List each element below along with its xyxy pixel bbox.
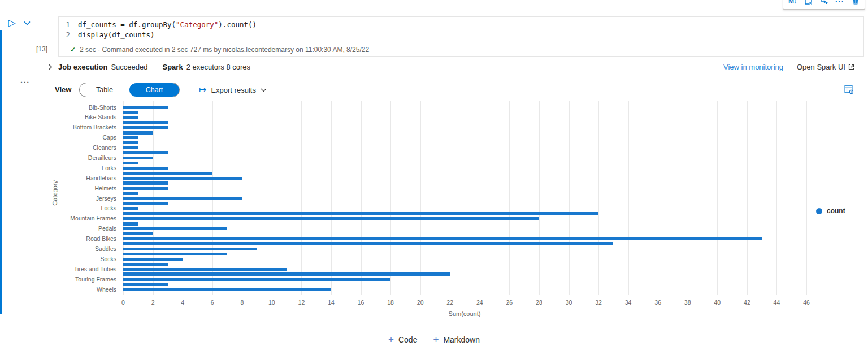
x-gridline — [390, 101, 391, 295]
y-tick-label: Bike Stands — [34, 114, 116, 120]
chart-bar — [123, 192, 138, 195]
delete-cell-icon[interactable] — [848, 0, 863, 9]
x-gridline — [658, 101, 658, 295]
x-gridline — [509, 101, 510, 295]
x-tick-label: 40 — [706, 299, 728, 306]
x-tick-label: 24 — [468, 299, 491, 306]
view-label: View — [55, 85, 71, 94]
chart-bar — [123, 288, 331, 291]
code-editor[interactable]: 1df_counts = df.groupBy("Category").coun… — [58, 16, 864, 57]
chart-bar — [123, 212, 598, 215]
y-tick-label: Saddles — [34, 245, 116, 252]
x-axis-title: Sum(count) — [419, 310, 510, 317]
x-tick-label: 36 — [646, 299, 669, 306]
chart-bar — [123, 222, 138, 226]
y-tick-label: Wheels — [34, 286, 116, 293]
x-tick-label: 10 — [261, 299, 283, 306]
x-tick-label: 4 — [171, 299, 194, 306]
chart-bar — [123, 283, 168, 286]
chart-legend: count — [816, 207, 845, 215]
execution-count: [13] — [29, 45, 54, 53]
y-tick-label: Locks — [34, 205, 116, 211]
x-tick-label: 44 — [765, 299, 788, 306]
convert-to-markdown-icon[interactable]: M↓ — [784, 0, 800, 9]
cell-focus-indicator — [0, 30, 2, 314]
expand-chevron-icon[interactable] — [48, 64, 53, 70]
plus-icon: + — [433, 335, 439, 344]
open-spark-ui-link[interactable]: Open Spark UI — [797, 63, 854, 71]
run-cell-button[interactable]: ▷ — [6, 16, 18, 29]
x-gridline — [183, 101, 183, 295]
x-gridline — [123, 101, 124, 295]
chart-bar — [123, 162, 138, 165]
clear-output-icon[interactable] — [800, 0, 816, 9]
view-toggle-chart[interactable]: Chart — [129, 83, 179, 97]
chart-bar — [123, 207, 138, 210]
y-tick-label: Forks — [34, 164, 116, 171]
x-tick-label: 16 — [350, 299, 372, 306]
run-options-chevron-icon[interactable] — [22, 19, 32, 28]
x-gridline — [747, 101, 748, 295]
x-tick-label: 38 — [676, 299, 699, 306]
line-number: 2 — [59, 31, 78, 39]
view-in-monitoring-link[interactable]: View in monitoring — [723, 63, 783, 71]
x-gridline — [212, 101, 213, 295]
chart-bar — [123, 177, 242, 180]
x-gridline — [569, 101, 570, 295]
x-tick-label: 28 — [528, 299, 550, 306]
view-toggle-table[interactable]: Table — [80, 83, 129, 97]
x-tick-label: 14 — [320, 299, 342, 306]
chart-bar — [123, 268, 287, 271]
chart-bar — [123, 157, 153, 160]
chart-bar — [123, 131, 153, 135]
chart-bar — [123, 146, 138, 150]
x-gridline — [272, 101, 272, 295]
x-gridline — [420, 101, 421, 295]
y-tick-label: Helmets — [34, 185, 116, 192]
x-tick-label: 20 — [409, 299, 432, 306]
y-tick-label: Touring Frames — [34, 276, 116, 283]
x-gridline — [598, 101, 599, 295]
x-gridline — [480, 101, 480, 295]
cell-toolbar: M↓ ··· — [783, 0, 865, 10]
chart-bar — [123, 111, 138, 114]
y-tick-label: Bottom Brackets — [34, 124, 116, 131]
x-gridline — [776, 101, 777, 295]
chart-bar — [123, 253, 227, 256]
code-line[interactable]: 2display(df_counts) — [59, 29, 154, 40]
export-results-button[interactable]: ↦ Export results — [199, 84, 267, 96]
chart-bar — [123, 106, 168, 109]
x-gridline — [717, 101, 718, 295]
divider — [19, 18, 19, 29]
code-line[interactable]: 1df_counts = df.groupBy("Category").coun… — [59, 19, 257, 29]
y-tick-label: Socks — [34, 255, 116, 262]
insert-cell-icon[interactable] — [816, 0, 832, 9]
x-gridline — [628, 101, 629, 295]
chart-bar — [123, 242, 613, 246]
chart-bar — [123, 187, 168, 190]
chart-bar — [123, 217, 539, 220]
chart-bar — [123, 237, 762, 241]
add-code-cell-button[interactable]: + Code — [388, 335, 417, 344]
y-tick-label: Handlebars — [34, 175, 116, 181]
x-gridline — [688, 101, 688, 295]
export-icon: ↦ — [199, 85, 206, 94]
x-tick-label: 12 — [290, 299, 313, 306]
chart-settings-icon[interactable] — [843, 84, 854, 95]
x-gridline — [153, 101, 154, 295]
x-gridline — [539, 101, 540, 295]
y-tick-label: Derailleurs — [34, 154, 116, 161]
chart-bar — [123, 227, 227, 231]
x-tick-label: 30 — [558, 299, 580, 306]
output-more-button[interactable]: ··· — [20, 78, 30, 87]
more-commands-icon[interactable]: ··· — [832, 0, 848, 9]
x-tick-label: 22 — [439, 299, 461, 306]
x-tick-label: 42 — [736, 299, 758, 306]
chart-bar — [123, 126, 168, 129]
job-status: Succeeded — [111, 63, 147, 71]
y-tick-label: Road Bikes — [34, 235, 116, 242]
chart-bar — [123, 151, 168, 155]
external-link-icon — [848, 64, 854, 70]
chart-bar — [123, 136, 138, 140]
add-markdown-cell-button[interactable]: + Markdown — [433, 335, 480, 344]
